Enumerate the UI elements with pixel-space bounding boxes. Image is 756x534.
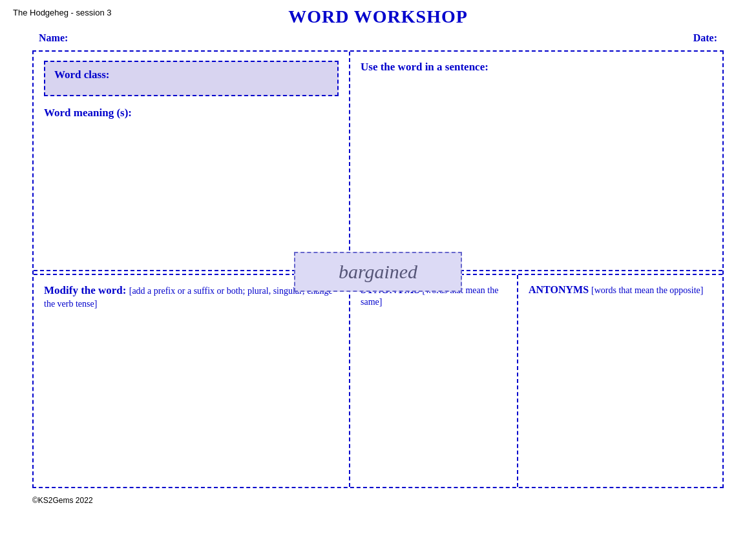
bottom-row: Modify the word: [add a prefix or a suff… (34, 274, 722, 487)
left-panel: Word class: Word meaning (s): (34, 52, 350, 270)
word-class-box[interactable]: Word class: (44, 61, 339, 96)
word-class-label: Word class: (54, 68, 109, 81)
main-grid: Word class: Word meaning (s): Use the wo… (32, 50, 724, 488)
modify-panel: Modify the word: [add a prefix or a suff… (34, 275, 350, 487)
center-word-text: bargained (339, 261, 417, 282)
right-panel: Use the word in a sentence: (350, 52, 722, 270)
center-word-box: bargained (294, 252, 462, 292)
synonyms-panel: SYNONYMS [words that mean the same] (350, 275, 518, 487)
name-label: Name: (39, 32, 68, 44)
antonyms-panel: ANTONYMS [words that mean the opposite] (518, 275, 722, 487)
sentence-label: Use the word in a sentence: (361, 61, 712, 74)
page-title: WORD WORKSHOP (13, 6, 743, 27)
date-label: Date: (693, 32, 717, 44)
word-meaning-label: Word meaning (s): (44, 107, 339, 119)
top-row: Word class: Word meaning (s): Use the wo… (34, 52, 722, 271)
copyright: ©KS2Gems 2022 (32, 496, 743, 505)
session-label: The Hodgeheg - session 3 (13, 8, 111, 17)
